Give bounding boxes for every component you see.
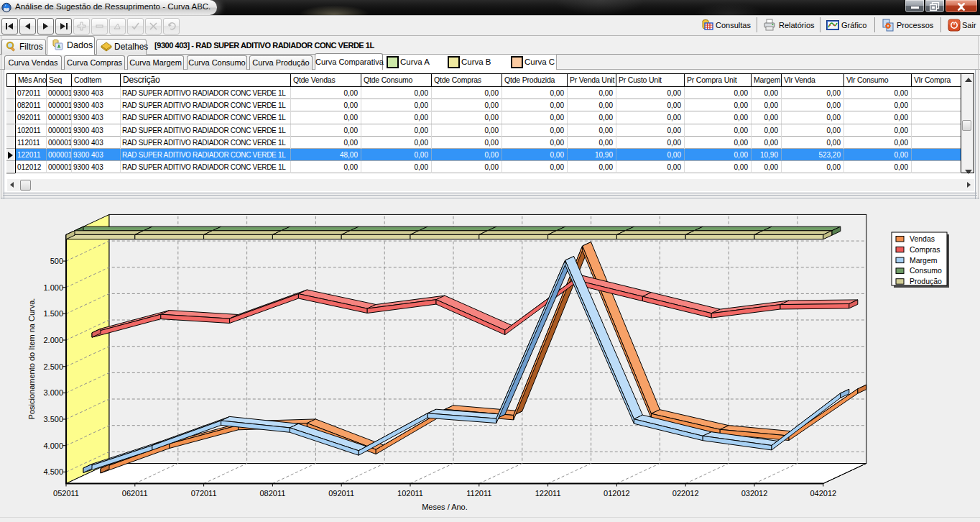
svg-text:042012: 042012 <box>810 489 836 498</box>
svg-text:2.500: 2.500 <box>43 362 63 371</box>
svg-text:082011: 082011 <box>259 489 285 498</box>
svg-text:062011: 062011 <box>122 489 148 498</box>
svg-text:Margem: Margem <box>910 256 938 265</box>
svg-text:092011: 092011 <box>328 489 354 498</box>
svg-text:102011: 102011 <box>397 489 423 498</box>
svg-text:3.000: 3.000 <box>43 388 63 397</box>
svg-text:500: 500 <box>50 257 63 265</box>
svg-text:Consumo: Consumo <box>910 266 942 275</box>
svg-text:012012: 012012 <box>604 489 630 498</box>
svg-text:Meses / Ano.: Meses / Ano. <box>422 503 468 511</box>
svg-text:Compras: Compras <box>910 245 940 254</box>
svg-text:Vendas: Vendas <box>910 234 935 243</box>
svg-text:1.000: 1.000 <box>43 283 63 292</box>
svg-text:2.000: 2.000 <box>43 336 63 344</box>
svg-text:3.500: 3.500 <box>43 415 63 423</box>
svg-text:022012: 022012 <box>672 489 699 498</box>
svg-text:052011: 052011 <box>53 489 79 498</box>
svg-text:1.500: 1.500 <box>43 309 63 318</box>
svg-text:4.000: 4.000 <box>43 441 63 450</box>
svg-text:4.500: 4.500 <box>43 467 63 476</box>
svg-text:112011: 112011 <box>466 489 491 498</box>
svg-text:Produção: Produção <box>910 277 942 285</box>
svg-text:032012: 032012 <box>741 489 768 498</box>
svg-text:122011: 122011 <box>535 489 561 498</box>
svg-text:072011: 072011 <box>191 489 217 498</box>
svg-text:Posicionamento do Item na Curv: Posicionamento do Item na Curva. <box>27 298 36 420</box>
